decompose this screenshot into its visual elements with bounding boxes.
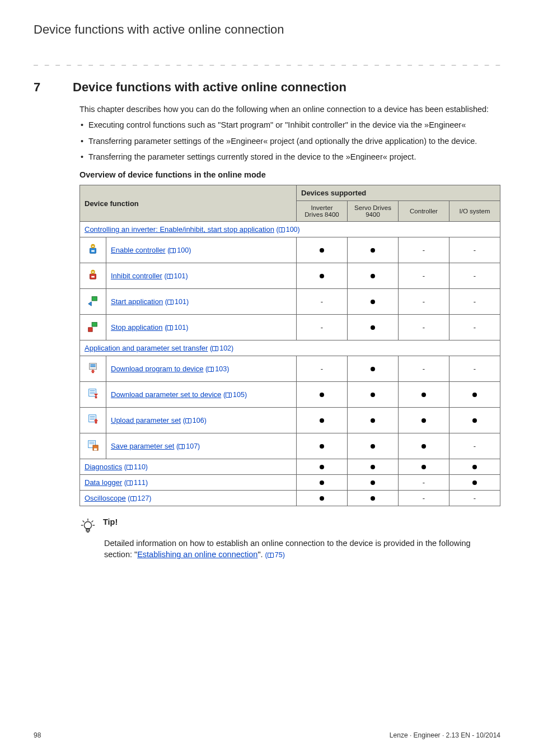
- tip-block: Tip!: [79, 517, 500, 534]
- start-application-icon: [80, 289, 106, 315]
- svg-rect-28: [95, 421, 97, 424]
- row-link[interactable]: Start application: [111, 297, 163, 306]
- table-row: Save parameter set (107) -: [80, 433, 500, 459]
- support-cell: [348, 289, 399, 315]
- support-cell: [348, 408, 399, 433]
- book-icon: [127, 480, 133, 486]
- table-row: Enable controller (100) - -: [80, 237, 500, 263]
- table-row: Stop application (101) - - -: [80, 315, 500, 340]
- svg-rect-17: [89, 389, 96, 396]
- col-servo-9400: Servo Drives 9400: [348, 201, 399, 222]
- support-cell: [348, 491, 399, 506]
- support-cell: [348, 263, 399, 289]
- page-ref[interactable]: (103): [205, 365, 229, 373]
- row-link[interactable]: Upload parameter set: [111, 416, 181, 424]
- svg-rect-22: [95, 396, 97, 399]
- support-cell: -: [449, 289, 500, 315]
- support-cell: [449, 408, 500, 433]
- row-link[interactable]: Oscilloscope: [85, 494, 126, 502]
- section-heading: 7 Device functions with active online co…: [34, 80, 500, 95]
- support-cell: [297, 433, 348, 459]
- tip-label: Tip!: [103, 517, 118, 526]
- support-cell: -: [449, 356, 500, 382]
- device-functions-table: Device function Devices supported Invert…: [79, 185, 500, 506]
- doc-id: Lenze · Engineer · 2.13 EN - 10/2014: [390, 731, 500, 739]
- support-cell: -: [399, 289, 449, 315]
- support-cell: -: [297, 315, 348, 340]
- book-icon: [167, 325, 173, 330]
- table-row: Oscilloscope (127) - -: [80, 491, 500, 506]
- table-group-header: Controlling an inverter: Enable/inhibit,…: [80, 222, 500, 237]
- inhibit-controller-icon: [80, 263, 106, 289]
- support-cell: [449, 459, 500, 475]
- save-paramset-icon: [80, 433, 106, 459]
- table-group-header: Application and parameter set transfer (…: [80, 340, 500, 356]
- overview-heading: Overview of device functions in the onli…: [79, 170, 500, 179]
- support-cell: [399, 382, 449, 408]
- intro-paragraph: This chapter describes how you can do th…: [79, 104, 500, 115]
- book-icon: [167, 274, 173, 279]
- page-ref[interactable]: (101): [165, 298, 189, 306]
- svg-rect-16: [92, 372, 94, 374]
- support-cell: [449, 382, 500, 408]
- support-cell: [399, 433, 449, 459]
- group-link[interactable]: Application and parameter set transfer: [85, 344, 208, 352]
- page-ref[interactable]: (101): [164, 272, 188, 280]
- page-ref[interactable]: (100): [167, 246, 191, 254]
- page-ref[interactable]: (111): [124, 479, 148, 487]
- section-title: Device functions with active online conn…: [73, 80, 346, 95]
- support-cell: [348, 356, 399, 382]
- support-cell: [399, 459, 449, 475]
- page-ref[interactable]: (75): [265, 551, 285, 559]
- support-cell: -: [449, 237, 500, 263]
- row-link[interactable]: Inhibit controller: [111, 272, 162, 280]
- row-link[interactable]: Data logger: [85, 478, 122, 487]
- col-inverter-8400: Inverter Drives 8400: [297, 201, 348, 222]
- support-cell: -: [297, 356, 348, 382]
- svg-rect-5: [91, 276, 95, 278]
- svg-rect-33: [94, 449, 97, 451]
- book-icon: [279, 227, 285, 232]
- bullet-list: Executing control functions such as "Sta…: [79, 119, 500, 162]
- svg-rect-8: [92, 297, 97, 301]
- book-icon: [179, 444, 185, 449]
- page-ref[interactable]: (107): [176, 442, 200, 450]
- page-ref[interactable]: (110): [124, 463, 148, 471]
- download-program-icon: [80, 356, 106, 382]
- support-cell: [348, 382, 399, 408]
- svg-line-35: [83, 521, 85, 522]
- support-cell: [348, 475, 399, 491]
- page-ref[interactable]: (127): [128, 494, 151, 502]
- page-number: 98: [34, 731, 41, 739]
- download-paramset-icon: [80, 382, 106, 408]
- support-cell: [449, 475, 500, 491]
- book-icon: [167, 300, 174, 305]
- row-link[interactable]: Diagnostics: [85, 463, 122, 471]
- support-cell: -: [399, 356, 449, 382]
- row-link[interactable]: Download program to device: [111, 365, 203, 373]
- page-ref[interactable]: (102): [210, 344, 233, 352]
- svg-marker-15: [91, 370, 95, 372]
- table-row: Download parameter set to device (105): [80, 382, 500, 408]
- page-ref[interactable]: (105): [223, 391, 247, 399]
- support-cell: [348, 237, 399, 263]
- row-link[interactable]: Download parameter set to device: [111, 390, 221, 399]
- page-ref[interactable]: (101): [165, 324, 188, 332]
- stop-application-icon: [80, 315, 106, 340]
- row-link[interactable]: Stop application: [111, 323, 163, 332]
- svg-line-36: [92, 521, 93, 522]
- support-cell: [297, 459, 348, 475]
- page-ref[interactable]: (106): [183, 417, 207, 424]
- svg-rect-14: [90, 366, 95, 367]
- row-link[interactable]: Save parameter set: [111, 442, 174, 450]
- page-ref[interactable]: (100): [277, 226, 300, 234]
- group-link[interactable]: Controlling an inverter: Enable/inhibit,…: [85, 225, 274, 234]
- table-row: Upload parameter set (106): [80, 408, 500, 433]
- support-cell: [399, 408, 449, 433]
- tip-link[interactable]: Establishing an online connection: [137, 550, 257, 559]
- row-link[interactable]: Enable controller: [111, 246, 166, 254]
- list-item: Executing control functions such as "Sta…: [79, 119, 500, 130]
- book-icon: [127, 465, 133, 470]
- support-cell: -: [449, 263, 500, 289]
- support-cell: -: [399, 491, 449, 506]
